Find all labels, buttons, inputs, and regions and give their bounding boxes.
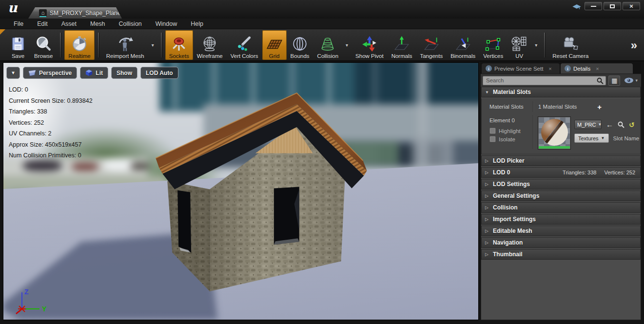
toolbar-overflow-chevron-icon[interactable]: »	[631, 38, 639, 52]
section-material-slots[interactable]: ▼ Material Slots	[481, 87, 641, 97]
list-view-button[interactable]: ▦	[608, 76, 620, 86]
collapse-arrow-icon[interactable]: ▷	[485, 193, 489, 198]
section-stats: Triangles: 338 Vertices: 252	[563, 170, 635, 175]
toolbar-button-label: Save	[12, 53, 24, 59]
toolbar-divider	[98, 33, 99, 57]
menu-item[interactable]: Edit	[30, 20, 55, 27]
details-section-row[interactable]: ▷ LOD Picker	[481, 155, 641, 166]
collapse-arrow-icon[interactable]: ▷	[485, 252, 489, 257]
menu-item[interactable]: File	[7, 20, 30, 27]
browse-icon	[35, 36, 52, 52]
tab-details[interactable]: i Details ×	[561, 63, 633, 74]
details-section-row[interactable]: ▷ Import Settings	[481, 214, 641, 225]
toolbar-button[interactable]: UV	[507, 30, 531, 60]
add-material-slot-button[interactable]: +	[597, 103, 602, 111]
toolbar-button-label: UV	[515, 53, 523, 59]
collapse-arrow-icon[interactable]: ▷	[485, 240, 489, 245]
menubar: File Edit Asset Mesh Collision Window He…	[0, 19, 644, 29]
toolbar-button[interactable]: Vert Colors	[227, 30, 262, 60]
asset-tab[interactable]: ⌂ SM_PROXY_Shape_Plane ×	[28, 7, 122, 19]
tab-preview-scene-settings[interactable]: i Preview Scene Sett ×	[482, 63, 560, 74]
browse-to-asset-icon[interactable]	[618, 121, 624, 128]
details-section-row[interactable]: ▷ Navigation	[481, 237, 641, 248]
collapse-arrow-icon[interactable]: ▷	[485, 205, 489, 210]
tab-close-icon[interactable]: ×	[596, 66, 599, 72]
highlight-checkbox[interactable]	[489, 128, 496, 134]
details-section-row[interactable]: ▷ General Settings	[481, 191, 641, 201]
tab-close-icon[interactable]: ×	[548, 66, 551, 72]
toolbar-button[interactable]: Tangents	[416, 30, 447, 60]
details-tabbar: i Preview Scene Sett × i Details ×	[481, 62, 641, 74]
textures-dropdown[interactable]: Textures ▼	[574, 133, 609, 143]
menu-item[interactable]: Collision	[112, 20, 149, 27]
lod-auto-button[interactable]: LOD Auto	[140, 67, 178, 79]
toolbar-button[interactable]: Bounds	[287, 30, 313, 60]
maximize-button[interactable]	[604, 2, 621, 10]
toolbar-button[interactable]: Save	[6, 30, 30, 60]
slot-name-label: Slot Name	[613, 135, 640, 141]
details-section-row[interactable]: ▷ Collision	[481, 202, 641, 213]
save-icon	[10, 36, 26, 52]
use-selected-arrow-icon[interactable]: ←	[606, 121, 613, 128]
toolbar-button-label: Normals	[391, 53, 412, 59]
menu-item[interactable]: Window	[149, 20, 184, 27]
isolate-checkbox[interactable]	[489, 136, 496, 142]
search-input[interactable]	[483, 76, 606, 85]
asset-tab-close-icon[interactable]: ×	[124, 10, 128, 17]
details-section-row[interactable]: ▷ Thumbnail	[481, 249, 641, 260]
collapse-arrow-icon[interactable]: ▷	[485, 158, 489, 163]
menu-item[interactable]: Asset	[55, 20, 83, 27]
section-label: Thumbnail	[493, 251, 523, 258]
collapse-arrow-icon[interactable]: ▷	[485, 170, 489, 175]
view-options-button[interactable]: ▾	[623, 77, 639, 83]
expand-arrow-icon[interactable]: ▼	[485, 90, 489, 95]
tutorial-cap-icon[interactable]	[572, 4, 582, 10]
toolbar-button[interactable]: Show Pivot	[351, 30, 388, 60]
toolbar-button[interactable]: Sockets	[165, 30, 193, 60]
section-label: Navigation	[493, 239, 523, 246]
titlebar[interactable]: u ⌂ SM_PROXY_Shape_Plane × ×	[0, 0, 644, 19]
details-section-row[interactable]: ▷ LOD Settings	[481, 179, 641, 190]
show-button[interactable]: Show	[111, 67, 137, 79]
stat-line: Current Screen Size: 0.893842	[9, 95, 93, 107]
toolbar-button[interactable]: Reimport Mesh	[102, 30, 148, 60]
reset-to-default-icon[interactable]: ↺	[629, 121, 635, 128]
toolbar-button[interactable]: Collision	[313, 30, 342, 60]
chevron-down-icon[interactable]: ▾	[343, 30, 351, 60]
details-section-row[interactable]: ▷ LOD 0 Triangles: 338 Vertices: 252	[481, 167, 641, 178]
stat-line: Triangles: 338	[9, 106, 93, 117]
toolbar-button[interactable]: Wireframe	[193, 30, 227, 60]
collapse-arrow-icon[interactable]: ▷	[485, 229, 489, 233]
element-label: Element 0	[489, 115, 533, 126]
collapse-arrow-icon[interactable]: ▷	[485, 217, 489, 222]
close-button[interactable]: ×	[623, 2, 640, 10]
toolbar-button-label: Show Pivot	[355, 53, 384, 59]
chevron-down-icon[interactable]: ▾	[532, 30, 540, 60]
stat-line: Vertices: 252	[9, 117, 93, 129]
toolbar-button[interactable]: Normals	[388, 30, 416, 60]
perspective-button[interactable]: Perspective	[23, 67, 77, 79]
toolbar-button[interactable]: Grid	[262, 30, 287, 60]
viewport-options-dropdown[interactable]: ▼	[6, 67, 20, 79]
toolbar-button[interactable]: Binormals	[447, 30, 479, 60]
toolbar-button[interactable]: Reset Camera	[548, 30, 592, 60]
material-select-dropdown[interactable]: M_PRC ▼	[574, 120, 602, 129]
minimize-icon	[591, 6, 596, 7]
material-thumbnail[interactable]	[538, 117, 570, 149]
minimize-button[interactable]	[585, 2, 602, 10]
menu-item[interactable]: Mesh	[83, 20, 112, 27]
menu-item[interactable]: Help	[184, 20, 210, 27]
asset-color-bar	[539, 146, 570, 149]
3d-viewport[interactable]: ▼ Perspective Lit Show LOD Auto	[3, 62, 479, 320]
details-section-row[interactable]: ▷ Editable Mesh	[481, 226, 641, 236]
chevron-down-icon[interactable]: ▾	[149, 30, 156, 60]
toolbar-button[interactable]: Browse	[30, 30, 57, 60]
sockets-icon	[171, 36, 187, 52]
collapse-arrow-icon[interactable]: ▷	[485, 182, 489, 187]
toolbar-button-label: Reset Camera	[552, 53, 588, 59]
reimport-mesh-icon	[117, 36, 134, 52]
lit-button[interactable]: Lit	[80, 67, 108, 79]
toolbar-button-label: Sockets	[169, 53, 189, 59]
toolbar-button[interactable]: Vertices	[479, 30, 507, 60]
toolbar-button[interactable]: Realtime	[64, 30, 94, 60]
